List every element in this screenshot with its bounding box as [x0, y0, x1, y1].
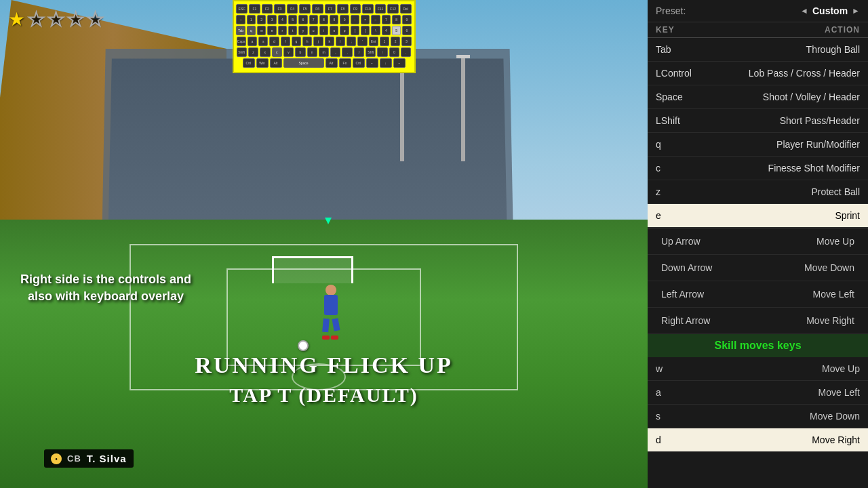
binding-lcontrol: LControl Lob Pass / Cross / Header: [648, 62, 868, 85]
key-semicolon: ;: [347, 37, 356, 46]
key-left-arrow-label: Left Arrow: [661, 289, 704, 300]
key-k: k: [325, 37, 334, 46]
header-action-label: ACTION: [825, 25, 860, 35]
action-short-pass: Short Pass/Header: [780, 115, 860, 126]
action-finesse: Finesse Shot Modifier: [768, 163, 860, 174]
preset-nav[interactable]: ◄ Custom ►: [800, 5, 860, 16]
key-space-label: Space: [656, 92, 710, 102]
skill-key-s: s: [656, 411, 696, 422]
action-player-run: Player Run/Modifier: [776, 139, 860, 150]
key-tilde: ~: [236, 15, 245, 24]
binding-c: c Finesse Shot Modifier: [648, 157, 868, 180]
right-panel: Preset: ◄ Custom ► KEY ACTION Tab Throug…: [648, 0, 868, 488]
floodlight-left: [400, 73, 404, 161]
star-3: ★: [47, 8, 64, 30]
preset-label: Preset:: [656, 5, 686, 16]
skill-key-a: a: [656, 387, 696, 398]
key-comma: ,: [330, 47, 340, 57]
key-0: 0: [340, 15, 349, 24]
player-name-tag: ● CB T. Silva: [44, 449, 134, 468]
key-bracket-r: ]: [361, 26, 370, 35]
key-7: 7: [309, 15, 318, 24]
star-4: ★: [67, 8, 84, 30]
key-1: 1: [247, 15, 256, 24]
key-f11: F11: [375, 4, 387, 14]
key-f6: F6: [312, 4, 323, 14]
key-up: ↑: [377, 47, 387, 57]
skill-moves-label: Skill moves keys: [714, 340, 801, 351]
skill-bindings-list: w Move Up a Move Left s Move Down d Move…: [648, 357, 868, 452]
skill-key-w: w: [656, 363, 696, 374]
key-esc: ESC: [236, 4, 248, 14]
key-3: 3: [267, 15, 276, 24]
binding-q: q Player Run/Modifier: [648, 133, 868, 157]
skill-action-move-left: Move Left: [818, 387, 860, 398]
binding-left-arrow: Left Arrow Move Left: [648, 281, 868, 308]
preset-arrow-left[interactable]: ◄: [800, 6, 808, 16]
key-y: y: [298, 26, 307, 35]
action-lob-pass: Lob Pass / Cross / Header: [749, 68, 860, 79]
star-2: ★: [28, 8, 45, 30]
action-through-ball: Through Ball: [806, 44, 860, 55]
star-1: ★: [8, 8, 25, 30]
key-a: a: [248, 37, 257, 46]
position-indicator: ●: [51, 453, 62, 464]
bindings-list: Tab Through Ball LControl Lob Pass / Cro…: [648, 38, 868, 228]
key-np2: 2: [391, 37, 400, 46]
player-name: T. Silva: [87, 453, 127, 464]
binding-right-arrow: Right Arrow Move Right: [648, 308, 868, 334]
floodlight-right: [461, 58, 465, 161]
key-minus: -: [351, 15, 359, 24]
action-move-left: Move Left: [813, 289, 854, 300]
key-e-label: e: [656, 210, 710, 221]
key-h: h: [302, 37, 312, 46]
preset-arrow-right[interactable]: ►: [852, 6, 860, 16]
key-f9: F9: [350, 4, 361, 14]
key-win: Win: [256, 58, 269, 68]
binding-z: z Protect Ball: [648, 180, 868, 204]
skill-binding-a: a Move Left: [648, 381, 868, 405]
key-np8: 8: [392, 15, 401, 24]
key-np-dot: .: [401, 47, 411, 57]
key-right: →: [393, 58, 406, 68]
player-leg-left: [322, 318, 330, 332]
boot-left: [322, 336, 330, 340]
binding-tab: Tab Through Ball: [648, 38, 868, 62]
key-space: Space: [283, 58, 324, 68]
key-f8: F8: [337, 4, 349, 14]
key-8: 8: [319, 15, 328, 24]
player-position: CB: [67, 453, 81, 464]
skill-key-d: d: [656, 434, 696, 445]
key-left: ←: [366, 58, 378, 68]
player-leg-right: [332, 318, 340, 331]
key-q: q: [247, 26, 256, 35]
key-ctrl: Ctrl: [243, 58, 255, 68]
key-enter: Ent: [369, 37, 378, 46]
key-np9: 9: [402, 15, 411, 24]
key-r: r: [278, 26, 287, 35]
key-v: v: [283, 47, 294, 57]
binding-space: Space Shoot / Volley / Header: [648, 85, 868, 109]
key-quote: ': [357, 37, 367, 46]
key-tab: Tab: [236, 26, 245, 35]
key-f2: F2: [262, 4, 273, 14]
key-f4: F4: [287, 4, 298, 14]
key-down: ↓: [380, 58, 392, 68]
player-head: [326, 285, 336, 296]
instruction-line1: Right side is the controls and: [20, 272, 191, 286]
key-4: 4: [278, 15, 287, 24]
key-u: u: [309, 26, 318, 35]
key-g: g: [292, 37, 301, 46]
key-slash: /: [354, 47, 364, 57]
skill-title: Running Flick Up: [0, 352, 648, 378]
player-character: [317, 285, 344, 332]
skill-action-move-down: Move Down: [810, 411, 860, 422]
key-q-label: q: [656, 139, 710, 150]
player-indicator-arrow: [325, 218, 332, 224]
goal: [272, 256, 353, 283]
preset-row: Preset: ◄ Custom ►: [648, 0, 868, 22]
skill-action-move-right: Move Right: [812, 434, 860, 445]
stars-rating: ★ ★ ★ ★ ★: [8, 8, 104, 30]
key-n: n: [307, 47, 317, 57]
key-backspace: ←: [371, 15, 380, 24]
